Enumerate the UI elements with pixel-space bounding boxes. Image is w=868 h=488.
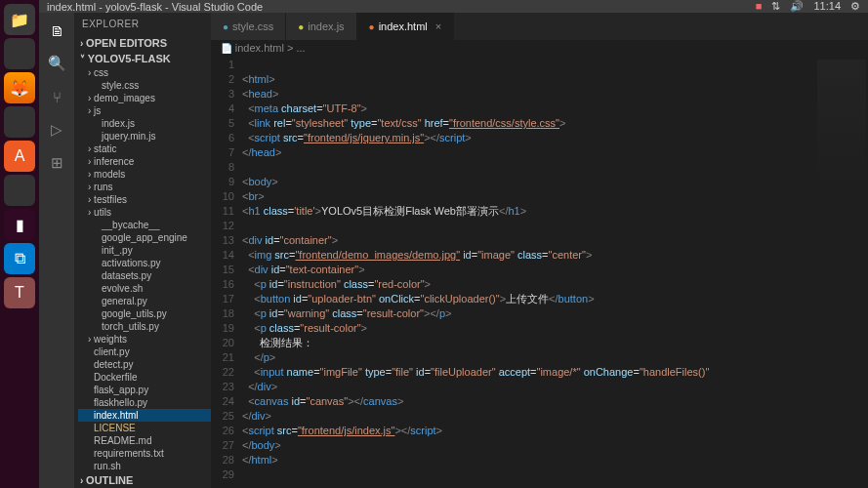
tree-item[interactable]: › weights	[78, 333, 211, 346]
tree-item[interactable]: detect.py	[78, 358, 211, 371]
tree-item[interactable]: datasets.py	[78, 269, 211, 282]
tree-item[interactable]: LICENSE	[78, 422, 211, 434]
window-titlebar: index.html - yolov5-flask - Visual Studi…	[39, 0, 868, 13]
editor-area: ●style.css●index.js●index.html× 📄 index.…	[211, 13, 868, 488]
launcher-terminal-icon[interactable]: ▮	[4, 209, 35, 240]
launcher-firefox-icon[interactable]: 🦊	[4, 72, 35, 103]
rec-icon: ■	[756, 0, 763, 13]
window-title: index.html - yolov5-flask - Visual Studi…	[47, 1, 263, 13]
open-editors-section[interactable]: › OPEN EDITORS	[74, 35, 211, 51]
code-lines[interactable]: <html> <head> <meta charset="UTF-8"> <li…	[242, 58, 868, 488]
editor-tabs: ●style.css●index.js●index.html×	[211, 13, 868, 40]
git-icon[interactable]: ⑂	[47, 87, 66, 106]
launcher-text-icon[interactable]: T	[4, 277, 35, 308]
tree-item[interactable]: › js	[78, 104, 211, 117]
launcher-app-icon[interactable]: A	[4, 141, 35, 172]
minimap[interactable]	[817, 60, 866, 186]
tree-item[interactable]: › utils	[78, 206, 211, 219]
launcher-item-icon[interactable]	[4, 175, 35, 206]
search-icon[interactable]: 🔍	[47, 54, 66, 73]
tree-item[interactable]: style.css	[78, 79, 211, 92]
activity-bar: 🗎 🔍 ⑂ ▷ ⊞	[39, 13, 74, 488]
explorer-icon[interactable]: 🗎	[47, 20, 66, 40]
tree-item[interactable]: › inference	[78, 155, 211, 168]
sidebar-header: EXPLORER	[74, 13, 211, 35]
launcher-vscode-icon[interactable]: ⧉	[4, 243, 35, 274]
clock: 11:14	[813, 0, 841, 13]
close-icon[interactable]: ×	[435, 20, 441, 32]
volume-icon[interactable]: 🔊	[790, 0, 804, 13]
tree-item[interactable]: Dockerfile	[78, 371, 211, 384]
tree-item[interactable]: › models	[78, 168, 211, 181]
extensions-icon[interactable]: ⊞	[47, 153, 66, 173]
tree-item[interactable]: google_app_engine	[78, 231, 211, 244]
tree-item[interactable]: › testfiles	[78, 193, 211, 206]
tree-item[interactable]: › static	[78, 142, 211, 155]
tree-item[interactable]: torch_utils.py	[78, 320, 211, 333]
launcher-blank-icon[interactable]	[4, 38, 35, 69]
tab-index-js[interactable]: ●index.js	[286, 13, 356, 40]
tree-item[interactable]: client.py	[78, 346, 211, 358]
tree-item[interactable]: activations.py	[78, 257, 211, 269]
tree-item[interactable]: google_utils.py	[78, 307, 211, 320]
tab-index-html[interactable]: ●index.html×	[357, 13, 455, 40]
debug-icon[interactable]: ▷	[47, 120, 66, 140]
tree-item[interactable]: › css	[78, 66, 211, 79]
tree-item[interactable]: __bycache__	[78, 219, 211, 231]
code-editor[interactable]: 1234567891011121314151617181920212223242…	[211, 58, 868, 488]
line-gutter: 1234567891011121314151617181920212223242…	[211, 58, 242, 488]
outline-section[interactable]: › OUTLINE	[74, 472, 211, 488]
sidebar: EXPLORER › OPEN EDITORS ˅ YOLOV5-FLASK ›…	[74, 13, 211, 488]
tree-item[interactable]: flask_app.py	[78, 384, 211, 396]
tree-item[interactable]: jquery.min.js	[78, 130, 211, 142]
file-tree: › cssstyle.css› demo_images› jsindex.jsj…	[74, 66, 211, 472]
tree-item[interactable]: index.js	[78, 117, 211, 130]
network-icon[interactable]: ⇅	[771, 0, 780, 13]
tab-style-css[interactable]: ●style.css	[211, 13, 286, 40]
tree-item[interactable]: index.html	[78, 409, 211, 422]
ubuntu-launcher: 📁 🦊 A ▮ ⧉ T	[0, 0, 39, 488]
project-section[interactable]: ˅ YOLOV5-FLASK	[74, 51, 211, 66]
launcher-files-icon[interactable]: 📁	[4, 4, 35, 35]
launcher-item-icon[interactable]	[4, 106, 35, 138]
tree-item[interactable]: requirements.txt	[78, 447, 211, 460]
tree-item[interactable]: › runs	[78, 181, 211, 193]
tree-item[interactable]: init_.py	[78, 244, 211, 257]
tree-item[interactable]: evolve.sh	[78, 282, 211, 295]
tree-item[interactable]: run.sh	[78, 460, 211, 472]
gear-icon[interactable]: ⚙	[850, 0, 860, 13]
tree-item[interactable]: › demo_images	[78, 92, 211, 104]
tree-item[interactable]: README.md	[78, 434, 211, 447]
tree-item[interactable]: flaskhello.py	[78, 396, 211, 409]
breadcrumb[interactable]: 📄 index.html > ...	[211, 40, 868, 58]
tree-item[interactable]: general.py	[78, 295, 211, 307]
